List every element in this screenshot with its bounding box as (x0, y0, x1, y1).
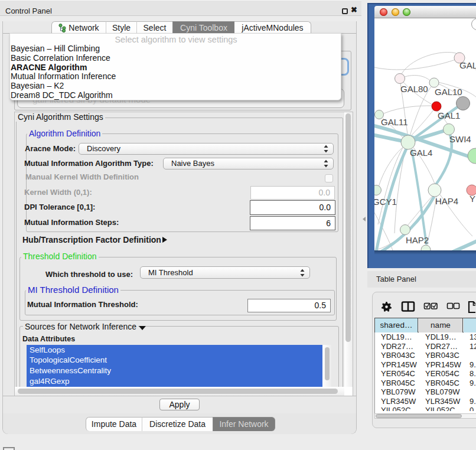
svg-text:SWI4: SWI4 (449, 134, 471, 144)
svg-text:GAL1: GAL1 (438, 110, 460, 120)
svg-text:GAL4: GAL4 (410, 148, 432, 158)
svg-text:HAP4: HAP4 (435, 196, 458, 206)
svg-text:GAL80: GAL80 (400, 84, 428, 94)
svg-text:GAL11: GAL11 (381, 117, 408, 127)
svg-text:GAL: GAL (459, 60, 476, 70)
svg-text:GCY1: GCY1 (374, 197, 397, 207)
svg-text:Y: Y (470, 194, 475, 204)
svg-text:HAP2: HAP2 (406, 235, 429, 245)
svg-text:GAL10: GAL10 (435, 87, 462, 97)
